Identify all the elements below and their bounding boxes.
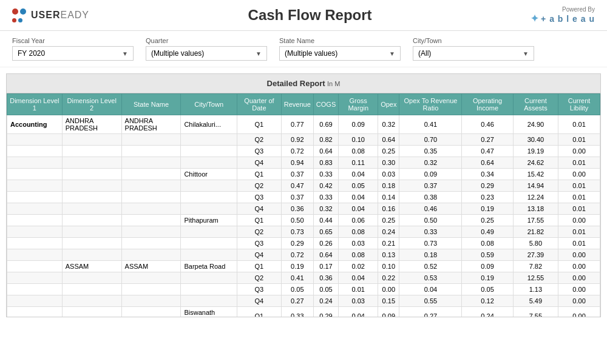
table-cell: 13.18: [513, 203, 558, 215]
table-cell: 0.02: [339, 261, 378, 272]
table-cell: 0.00: [558, 284, 600, 295]
logo-dot-red: [12, 8, 18, 15]
table-row: Q20.470.420.050.180.370.2914.940.01: [7, 180, 600, 192]
table-cell: 0.73: [399, 238, 462, 249]
logo-dot-blue-small: [18, 18, 22, 22]
table-cell: Q1: [237, 115, 281, 134]
table-cell: 0.35: [399, 146, 462, 157]
table-cell: ASSAM: [62, 261, 121, 272]
table-cell: 0.21: [378, 238, 399, 249]
table-cell: 0.14: [378, 192, 399, 203]
table-cell: Chittoor: [181, 169, 237, 180]
table-row: AccountingANDHRA PRADESHANDHRA PRADESHCh…: [7, 115, 600, 134]
table-cell: 0.77: [281, 115, 313, 134]
table-cell: 15.42: [513, 169, 558, 180]
table-cell: 0.27: [462, 134, 513, 146]
table-cell: Q2: [237, 226, 281, 238]
table-cell: 0.32: [313, 203, 338, 215]
table-cell: [181, 284, 237, 295]
table-row: Q40.720.640.080.130.180.5927.390.00: [7, 249, 600, 261]
table-scroll-area[interactable]: Dimension Level 1 Dimension Level 2 Stat…: [6, 93, 601, 317]
table-cell: Q2: [237, 272, 281, 284]
table-cell: [62, 284, 121, 295]
col-gm: Gross Margin: [339, 94, 378, 115]
col-state: State Name: [121, 94, 181, 115]
table-cell: Q3: [237, 146, 281, 157]
col-cl: Current Libility: [558, 94, 600, 115]
table-cell: 0.00: [378, 284, 399, 295]
filter-city-select[interactable]: (All) ▼: [413, 46, 534, 61]
table-cell: 0.00: [558, 169, 600, 180]
col-opex: Opex: [378, 94, 399, 115]
table-cell: [121, 192, 181, 203]
table-cell: 0.00: [558, 146, 600, 157]
table-cell: 0.27: [399, 307, 462, 318]
table-cell: [121, 134, 181, 146]
table-cell: Biswanath Chariali: [181, 307, 237, 318]
powered-by-text: Powered By: [531, 6, 595, 13]
filter-state: State Name (Multiple values) ▼: [279, 37, 401, 61]
table-row: Q20.920.820.100.640.700.2730.400.01: [7, 134, 600, 146]
table-cell: 0.25: [462, 215, 513, 226]
table-cell: [7, 226, 63, 238]
table-cell: [121, 203, 181, 215]
table-row: Q40.360.320.040.160.460.1913.180.01: [7, 203, 600, 215]
table-cell: 0.22: [378, 272, 399, 284]
table-cell: 24.62: [513, 157, 558, 169]
table-cell: 0.73: [281, 226, 313, 238]
table-cell: 0.94: [281, 157, 313, 169]
table-cell: Q1: [237, 307, 281, 318]
table-cell: 0.64: [313, 146, 338, 157]
filter-state-select[interactable]: (Multiple values) ▼: [279, 46, 401, 61]
table-cell: 0.04: [399, 284, 462, 295]
filter-fiscal-year-label: Fiscal Year: [12, 37, 134, 44]
table-cell: [121, 215, 181, 226]
table-cell: [62, 215, 121, 226]
table-cell: [7, 272, 63, 284]
table-cell: 0.18: [399, 249, 462, 261]
report-table: Dimension Level 1 Dimension Level 2 Stat…: [7, 93, 600, 317]
table-cell: 0.33: [313, 192, 338, 203]
table-cell: [62, 238, 121, 249]
table-cell: 0.24: [313, 295, 338, 307]
table-cell: 0.00: [558, 272, 600, 284]
table-cell: 0.36: [281, 203, 313, 215]
table-cell: 0.08: [339, 249, 378, 261]
table-cell: 0.25: [378, 215, 399, 226]
table-row: Q30.370.330.040.140.380.2312.240.01: [7, 192, 600, 203]
table-cell: 14.94: [513, 180, 558, 192]
table-cell: 0.01: [339, 284, 378, 295]
table-cell: 0.46: [399, 203, 462, 215]
table-cell: 0.82: [313, 134, 338, 146]
col-cogs: COGS: [313, 94, 338, 115]
logo-area: USEREADY: [12, 8, 89, 22]
table-cell: [181, 180, 237, 192]
table-cell: 0.00: [558, 307, 600, 318]
table-cell: 0.05: [313, 284, 338, 295]
table-cell: [7, 180, 63, 192]
table-cell: [62, 272, 121, 284]
table-row: Biswanath CharialiQ10.330.290.040.090.27…: [7, 307, 600, 318]
table-row: Q40.270.240.030.150.550.125.490.00: [7, 295, 600, 307]
filter-quarter-select[interactable]: (Multiple values) ▼: [146, 46, 267, 61]
col-dim2: Dimension Level 2: [62, 94, 121, 115]
table-cell: 21.82: [513, 226, 558, 238]
table-cell: 0.19: [462, 272, 513, 284]
table-cell: 0.70: [399, 134, 462, 146]
table-row: Q30.720.640.080.250.350.4719.190.00: [7, 146, 600, 157]
filter-fiscal-year-select[interactable]: FY 2020 ▼: [12, 46, 134, 61]
table-cell: 5.49: [513, 295, 558, 307]
table-cell: 30.40: [513, 134, 558, 146]
table-cell: 0.06: [339, 215, 378, 226]
table-cell: [7, 203, 63, 215]
table-cell: 0.83: [313, 157, 338, 169]
table-cell: 0.23: [462, 192, 513, 203]
table-cell: 0.09: [378, 307, 399, 318]
table-cell: 0.64: [378, 134, 399, 146]
table-cell: [7, 238, 63, 249]
table-cell: [62, 307, 121, 318]
table-row: ChittoorQ10.370.330.040.030.090.3415.420…: [7, 169, 600, 180]
table-cell: 0.37: [281, 192, 313, 203]
table-cell: 0.34: [462, 169, 513, 180]
table-cell: 0.13: [378, 249, 399, 261]
